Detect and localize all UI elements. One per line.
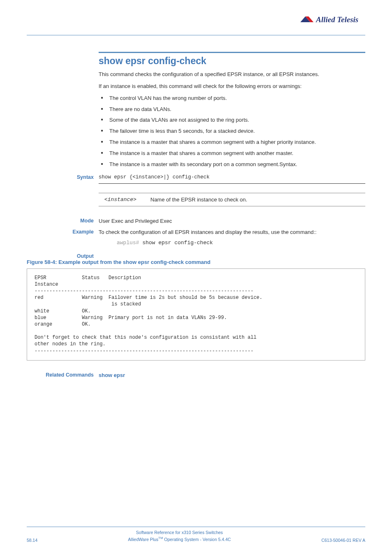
footer-rule xyxy=(27,527,365,527)
list-item: The instance is a master that shares a c… xyxy=(99,150,365,157)
header-rule xyxy=(27,35,365,35)
footer-line-2: AlliedWare PlusTM Operating System - Ver… xyxy=(128,536,231,543)
syntax-command: show epsr {<instance>|} config-check xyxy=(99,174,210,180)
page-number: 58.14 xyxy=(27,538,37,543)
related-link[interactable]: show epsr xyxy=(99,372,125,378)
related-row: Related Commands show epsr xyxy=(99,372,365,378)
mode-row: Mode User Exec and Privileged Exec xyxy=(99,218,365,224)
mode-text: User Exec and Privileged Exec xyxy=(99,218,172,224)
page-footer: 58.14 Software Reference for x310 Series… xyxy=(27,527,365,543)
parameter-table: <instance> Name of the EPSR instance to … xyxy=(99,193,365,206)
list-item: The failover time is less than 5 seconds… xyxy=(99,127,365,135)
brand-text: Allied Telesis xyxy=(316,15,358,24)
output-label: Output xyxy=(27,253,99,259)
footer-center: Software Reference for x310 Series Switc… xyxy=(128,530,231,543)
trademark: TM xyxy=(158,536,163,540)
prompt: awplus# xyxy=(117,240,139,246)
list-item: The instance is a master with its second… xyxy=(99,161,365,169)
output-box: EPSR Status Description Instance -------… xyxy=(27,268,365,361)
mode-label: Mode xyxy=(27,218,99,224)
figure-caption: Figure 58-4: Example output from the sho… xyxy=(27,259,365,265)
param-name: <instance> xyxy=(99,193,148,206)
table-row: <instance> Name of the EPSR instance to … xyxy=(99,193,365,206)
command-text: show epsr config-check xyxy=(139,240,213,246)
intro-para-2: If an instance is enabled, this command … xyxy=(99,83,365,90)
related-label: Related Commands xyxy=(27,372,99,378)
footer-product: AlliedWare Plus xyxy=(128,537,159,542)
title-rule xyxy=(99,52,365,53)
param-desc: Name of the EPSR instance to check on. xyxy=(148,193,365,206)
example-command-line: awplus# show epsr config-check xyxy=(99,239,365,246)
example-row: Example To check the configuration of al… xyxy=(99,229,365,235)
page-title: show epsr config-check xyxy=(99,56,365,67)
syntax-row: Syntax show epsr {<instance>|} config-ch… xyxy=(99,174,365,180)
example-text: To check the configuration of all EPSR i… xyxy=(99,229,316,235)
footer-version: Operating System - Version 5.4.4C xyxy=(163,537,231,542)
syntax-rule xyxy=(99,183,365,184)
example-label: Example xyxy=(27,229,99,235)
list-item: There are no data VLANs. xyxy=(99,106,365,113)
intro-para-1: This command checks the configuration of… xyxy=(99,71,365,79)
footer-line-1: Software Reference for x310 Series Switc… xyxy=(128,530,231,536)
brand-logo: Allied Telesis xyxy=(300,15,365,26)
doc-id: C613-50046-01 REV A xyxy=(321,538,365,543)
list-item: Some of the data VLANs are not assigned … xyxy=(99,116,365,124)
list-item: The instance is a master that shares a c… xyxy=(99,139,365,146)
error-list: The control VLAN has the wrong number of… xyxy=(99,95,365,169)
syntax-label: Syntax xyxy=(27,174,99,180)
list-item: The control VLAN has the wrong number of… xyxy=(99,95,365,102)
